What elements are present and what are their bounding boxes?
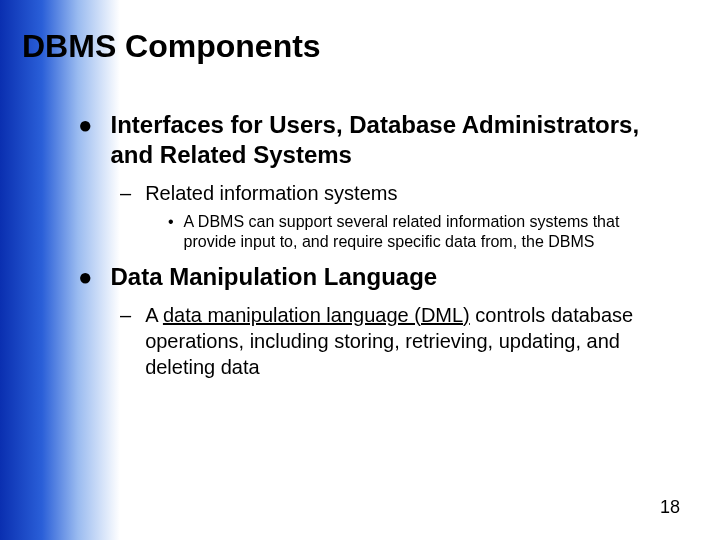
bullet-level2: – A data manipulation language (DML) con… <box>120 302 670 380</box>
bullet-text: A data manipulation language (DML) contr… <box>145 302 670 380</box>
underlined-term: data manipulation language (DML) <box>163 304 470 326</box>
slide: DBMS Components ● Interfaces for Users, … <box>0 0 720 540</box>
bullet-level1: ● Data Manipulation Language <box>78 262 670 292</box>
page-number: 18 <box>660 497 680 518</box>
text-segment: A <box>145 304 163 326</box>
bullet-level3: • A DBMS can support several related inf… <box>168 212 670 252</box>
bullet-text: Data Manipulation Language <box>111 262 438 292</box>
bullet-marker: ● <box>78 262 93 292</box>
bullet-text: A DBMS can support several related infor… <box>184 212 670 252</box>
bullet-text: Related information systems <box>145 180 397 206</box>
content-area: ● Interfaces for Users, Database Adminis… <box>78 110 670 384</box>
bullet-marker: – <box>120 180 131 206</box>
slide-title: DBMS Components <box>22 28 321 65</box>
bullet-marker: • <box>168 212 174 232</box>
bullet-marker: – <box>120 302 131 328</box>
bullet-level1: ● Interfaces for Users, Database Adminis… <box>78 110 670 170</box>
bullet-text: Interfaces for Users, Database Administr… <box>111 110 671 170</box>
bullet-level2: – Related information systems <box>120 180 670 206</box>
bullet-marker: ● <box>78 110 93 140</box>
